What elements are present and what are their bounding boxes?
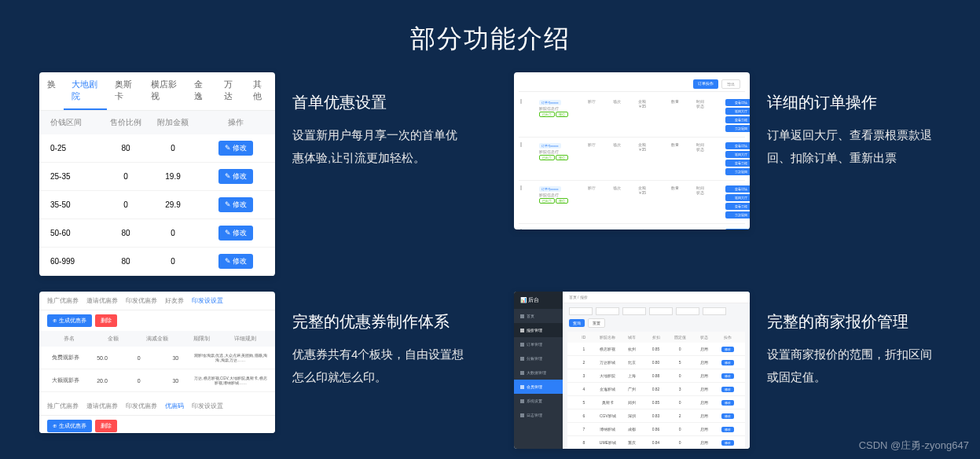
edit-button[interactable]: ✎ 修改	[218, 197, 254, 212]
order-action-button[interactable]: 查看详情	[725, 99, 750, 106]
cell: 0	[120, 378, 157, 384]
cinema-tab[interactable]: 大地剧院	[64, 72, 107, 110]
coupon-tabs-bot: 推广优惠券邀请优惠券印发优惠券优惠码印发设设置	[39, 397, 275, 416]
pricing-table: ID影院名称城市折扣固定值状态操作 1横店影视杭州0.850启用修改2万达影城北…	[567, 332, 745, 449]
order-action-button[interactable]: 查看票根	[725, 160, 750, 167]
order-row: 订单号xxxxx 影院信息行 已出票座位 影厅 场次 金额￥35 数量 时间状态…	[519, 94, 745, 138]
col-extra: 附加金额	[149, 111, 196, 134]
sidebar-item[interactable]: 日志管理	[514, 408, 563, 422]
order-checkbox[interactable]	[520, 229, 538, 230]
feature-grid: 换大地剧院奥斯卡横店影视金逸万达其他 价钱区间 售价比例 附加金额 操作 0-2…	[0, 72, 980, 449]
cell: 2	[668, 413, 692, 418]
sidebar-item[interactable]: 报价管理	[514, 323, 563, 337]
order-actions: 查看详情返回大厅查看票根票款退回	[725, 185, 750, 218]
edit-button[interactable]: 修改	[721, 400, 734, 406]
edit-button[interactable]: ✎ 修改	[218, 254, 254, 269]
order-cell: 影厅	[588, 229, 611, 230]
order-actions: 查看详情返回大厅查看票根票款退回	[725, 229, 750, 230]
coupon-tab[interactable]: 印发设设置	[192, 402, 223, 410]
order-action-button[interactable]: 票款退回	[725, 168, 750, 175]
generate-coupon-button[interactable]: ⊕ 生成优惠券	[47, 420, 92, 432]
cell: 启用	[692, 400, 716, 405]
cinema-tab[interactable]: 万达	[216, 72, 246, 110]
coupon-tab[interactable]: 印发设设置	[192, 296, 223, 305]
sidebar-item[interactable]: 大数据管理	[514, 365, 563, 380]
generate-coupon-button[interactable]: ⊕ 生成优惠券	[47, 314, 92, 327]
coupon-tab[interactable]: 邀请优惠券	[86, 296, 118, 305]
cell: 0	[668, 427, 692, 431]
filter-input[interactable]	[649, 307, 673, 315]
filter-input[interactable]	[676, 307, 699, 315]
cinema-tab[interactable]: 换	[39, 72, 64, 110]
filter-input[interactable]	[703, 307, 726, 315]
search-button[interactable]: 查询	[569, 319, 585, 327]
edit-button[interactable]: 修改	[721, 360, 734, 365]
order-ops-button[interactable]: 订单操作	[693, 79, 718, 89]
order-action-button[interactable]: 返回大厅	[725, 194, 750, 201]
order-checkbox[interactable]	[520, 185, 538, 190]
coupon-tab[interactable]: 好友券	[165, 296, 184, 305]
sidebar-item[interactable]: 会员管理	[514, 380, 563, 394]
cinema-tab[interactable]: 金逸	[186, 72, 216, 110]
coupon-tab[interactable]: 印发优惠券	[126, 402, 157, 410]
edit-button[interactable]: 修改	[721, 347, 734, 352]
cell: 0	[668, 373, 692, 378]
cinema-tab[interactable]: 奥斯卡	[107, 72, 143, 110]
order-action-button[interactable]: 查看票根	[725, 203, 750, 210]
cell-range: 60-999	[39, 251, 102, 272]
cell-extra: 0	[149, 138, 196, 159]
cell-action: 修改	[716, 413, 740, 418]
sidebar-item[interactable]: 系统设置	[514, 394, 563, 408]
edit-button[interactable]: 修改	[721, 373, 734, 379]
price-row: 0-25 80 0 ✎ 修改	[39, 134, 275, 163]
sidebar-item[interactable]: 订单管理	[514, 337, 563, 351]
order-action-button[interactable]: 票款退回	[725, 125, 750, 132]
feature-coupon: 推广优惠券邀请优惠券印发优惠券好友券印发设设置 ⊕ 生成优惠券 删除 券名金额满…	[39, 292, 467, 449]
order-action-button[interactable]: 查看详情	[725, 229, 750, 230]
edit-button[interactable]: 修改	[721, 440, 734, 446]
order-action-button[interactable]: 查看详情	[725, 185, 750, 193]
edit-button[interactable]: ✎ 修改	[218, 141, 254, 156]
order-cell: 数量	[671, 185, 695, 190]
coupon-tab[interactable]: 推广优惠券	[47, 402, 79, 410]
filter-input[interactable]	[622, 307, 646, 315]
order-amount: 金额￥35	[638, 185, 670, 195]
order-action-button[interactable]: 返回大厅	[725, 108, 750, 115]
order-checkbox[interactable]	[520, 142, 538, 147]
edit-button[interactable]: 修改	[721, 427, 734, 432]
cell: 博纳影城	[596, 427, 620, 431]
edit-button[interactable]: ✎ 修改	[218, 169, 254, 184]
reset-button[interactable]: 重置	[588, 318, 605, 328]
filter-input[interactable]	[596, 307, 619, 315]
order-info: 订单号xxxxx 影院信息行 已出票座位	[539, 142, 586, 160]
coupon-tab[interactable]: 优惠码	[165, 402, 184, 410]
order-action-button[interactable]: 返回大厅	[725, 151, 750, 158]
edit-button[interactable]: ✎ 修改	[218, 226, 254, 241]
export-button[interactable]: 导出	[721, 79, 740, 89]
price-row: 35-50 0 29.9 ✎ 修改	[39, 191, 275, 219]
order-action-button[interactable]: 查看票根	[725, 116, 750, 123]
edit-button[interactable]: 修改	[721, 387, 734, 392]
coupon-tab[interactable]: 印发优惠券	[126, 296, 157, 305]
cinema-tab[interactable]: 横店影视	[143, 72, 186, 110]
order-checkbox[interactable]	[520, 99, 538, 104]
sidebar-item[interactable]: 分账管理	[514, 351, 563, 365]
menu-icon	[520, 371, 524, 375]
menu-icon	[520, 399, 524, 403]
coupon-tab[interactable]: 推广优惠券	[47, 296, 79, 305]
sidebar-item[interactable]: 首页	[514, 309, 563, 323]
delete-button[interactable]: 删除	[95, 420, 117, 432]
cell: 启用	[692, 387, 716, 391]
order-action-button[interactable]: 查看详情	[725, 142, 750, 149]
cinema-tab[interactable]: 其他	[245, 72, 275, 110]
delete-button[interactable]: 删除	[95, 314, 117, 327]
col-action: 操作	[196, 111, 275, 134]
cell: 0.80	[644, 360, 668, 365]
coupon-tab[interactable]: 邀请优惠券	[86, 402, 118, 410]
order-cell: 数量	[671, 142, 695, 147]
col: 固定值	[668, 335, 692, 340]
filter-input[interactable]	[569, 307, 593, 315]
edit-button[interactable]: 修改	[721, 413, 734, 419]
cell: 大地影院	[596, 373, 620, 378]
order-action-button[interactable]: 票款退回	[725, 211, 750, 218]
